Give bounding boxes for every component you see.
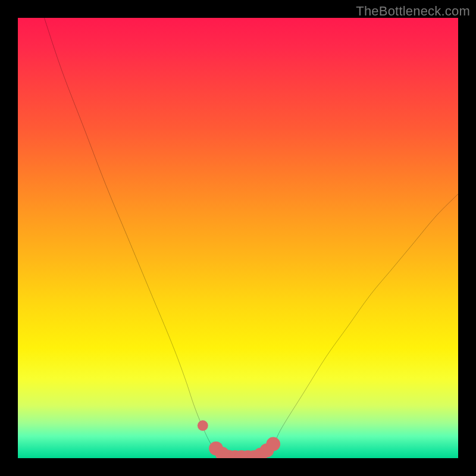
chart-plot-area (18, 18, 458, 458)
trough-marker-dot (198, 420, 208, 431)
chart-stage: TheBottleneck.com (0, 0, 476, 476)
bottleneck-curve (44, 18, 458, 458)
watermark-text: TheBottleneck.com (356, 4, 470, 19)
trough-markers (198, 420, 280, 458)
chart-svg (18, 18, 458, 458)
trough-marker-dot (266, 437, 280, 451)
